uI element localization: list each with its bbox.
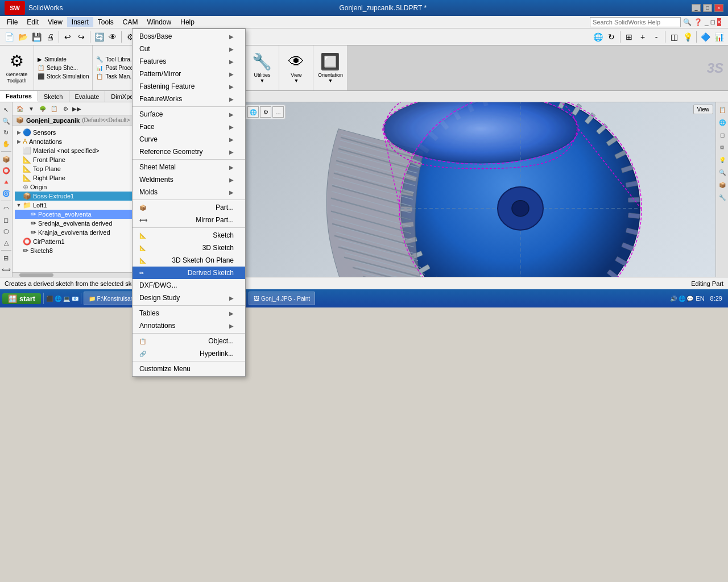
menu-customize[interactable]: Customize Menu <box>133 363 245 375</box>
view-btn[interactable]: 👁 <box>106 30 119 44</box>
tree-item-pocetna[interactable]: ✏ Pocetna_evolventa <box>15 210 140 219</box>
right-appearances-btn[interactable]: 📋 <box>717 105 727 115</box>
mass-properties-btn[interactable]: 📊 <box>712 30 726 44</box>
loft-tool[interactable]: 🔺 <box>1 177 11 187</box>
rebuild-btn[interactable]: 🔄 <box>92 30 106 44</box>
menu-file[interactable]: File <box>2 17 22 27</box>
maximize-button[interactable]: □ <box>703 4 712 12</box>
menu-hyperlink[interactable]: 🔗 Hyperlink... <box>133 347 245 360</box>
menu-pattern-mirror[interactable]: Pattern/Mirror ▶ <box>133 68 245 80</box>
menu-mirror-part[interactable]: ⟺ Mirror Part... <box>133 214 245 226</box>
fillet-tool[interactable]: ◠ <box>1 203 11 214</box>
right-tools-btn[interactable]: 🔧 <box>717 192 727 202</box>
undo-btn[interactable]: ↩ <box>61 30 75 44</box>
right-custom-btn[interactable]: ⚙ <box>717 142 727 152</box>
new-btn[interactable]: 📄 <box>2 30 16 44</box>
tree-item-material[interactable]: ⬜ Material <not specified> <box>15 146 140 155</box>
menu-part[interactable]: 📦 Part... <box>133 201 245 214</box>
tab-evaluate[interactable]: Evaluate <box>69 91 106 102</box>
start-button[interactable]: 🪟 start <box>2 293 41 304</box>
menu-reference-geometry[interactable]: Reference Geometry ▶ <box>133 146 245 158</box>
right-resources-btn[interactable]: 💡 <box>717 155 727 165</box>
window-close-btn[interactable]: × <box>717 18 721 26</box>
vp-scenes[interactable]: 🌐 <box>247 106 259 118</box>
view-orientation-btn[interactable]: View <box>693 105 714 114</box>
menu-surface[interactable]: Surface ▶ <box>133 108 245 120</box>
tree-item-boss-extrude1[interactable]: 📦 Boss-Extrude1 <box>15 192 140 201</box>
right-decals-btn[interactable]: ◻ <box>717 130 727 140</box>
generate-toolpath-btn[interactable]: ⚙ GenerateToolpath <box>0 45 34 90</box>
menu-window[interactable]: Window <box>143 17 176 27</box>
tree-scroll-thumb[interactable] <box>19 273 53 277</box>
redo-btn[interactable]: ↪ <box>75 30 88 44</box>
utilities-btn[interactable]: 🔧 Utilities ▼ <box>245 45 279 90</box>
rotate-btn[interactable]: ↻ <box>605 30 618 44</box>
stock-simulation-btn[interactable]: ⬛ Stock Simulation <box>34 72 92 81</box>
section-view-btn[interactable]: ◫ <box>667 30 681 44</box>
ft-config-btn[interactable]: ⚙ <box>60 103 71 114</box>
view-cam-btn[interactable]: 👁 View ▼ <box>279 45 313 90</box>
ft-property-btn[interactable]: 📋 <box>49 103 59 114</box>
scene-btn[interactable]: 🌐 <box>591 30 605 44</box>
setup-sheet-btn[interactable]: 📋 Setup She... <box>34 64 92 72</box>
tree-item-right-plane[interactable]: 📐 Right Plane <box>15 173 140 182</box>
zoom-full-btn[interactable]: ⊞ <box>622 30 636 44</box>
menu-features[interactable]: Features ▶ <box>133 55 245 68</box>
save-btn[interactable]: 💾 <box>30 30 43 44</box>
ft-tree-btn[interactable]: 🌳 <box>38 103 48 114</box>
menu-molds[interactable]: Molds ▶ <box>133 186 245 198</box>
menu-tools[interactable]: Tools <box>93 17 118 27</box>
window-minimize-btn[interactable]: _ <box>705 18 709 26</box>
menu-cam[interactable]: CAM <box>118 17 143 27</box>
taskbar-paint[interactable]: 🖼 Gonj_4.JPG - Paint <box>249 292 315 305</box>
ft-home-btn[interactable]: 🏠 <box>15 103 25 114</box>
menu-3d-sketch-on-plane[interactable]: 📐 3D Sketch On Plane <box>133 254 245 267</box>
chamfer-tool[interactable]: ◻ <box>1 215 11 225</box>
menu-view[interactable]: View <box>43 17 67 27</box>
tree-item-srednja[interactable]: ✏ Srednja_evolventa derived <box>15 219 140 228</box>
pattern-tool[interactable]: ⊞ <box>1 253 11 263</box>
tree-item-sensors[interactable]: ▶ 🔵 Sensors <box>15 128 140 137</box>
menu-weldments[interactable]: Weldments ▶ <box>133 173 245 186</box>
shell-tool[interactable]: ⬡ <box>1 226 11 236</box>
menu-help[interactable]: Help <box>176 17 199 27</box>
render-btn[interactable]: 💡 <box>681 30 694 44</box>
zoom-tool[interactable]: 🔍 <box>1 116 11 126</box>
menu-edit[interactable]: Edit <box>22 17 43 27</box>
menu-annotations[interactable]: Annotations ▶ <box>133 319 245 332</box>
right-solidworks-forum-btn[interactable]: 📦 <box>717 180 727 190</box>
right-scenes-btn[interactable]: 🌐 <box>717 117 727 127</box>
close-button[interactable]: × <box>714 4 723 12</box>
tree-item-top-plane[interactable]: 📐 Top Plane <box>15 164 140 173</box>
sweep-tool[interactable]: 🌀 <box>1 188 11 198</box>
zoom-in-btn[interactable]: + <box>636 30 650 44</box>
menu-tables[interactable]: Tables ▶ <box>133 307 245 319</box>
tree-item-loft1[interactable]: ▼ 📁 Loft1 <box>15 201 140 210</box>
menu-object[interactable]: 📋 Object... <box>133 335 245 347</box>
menu-insert[interactable]: Insert <box>67 17 93 27</box>
mirror-tool[interactable]: ⟺ <box>1 264 11 275</box>
tree-item-cirpattern1[interactable]: ⭕ CirPattern1 <box>15 237 140 246</box>
ft-filter-btn[interactable]: ▼ <box>26 103 36 114</box>
search-input[interactable] <box>590 17 681 27</box>
menu-dxf-dwg[interactable]: DXF/DWG... <box>133 279 245 292</box>
ft-more-btn[interactable]: ▶▶ <box>72 103 82 114</box>
tree-item-front-plane[interactable]: 📐 Front Plane <box>15 155 140 164</box>
tree-item-annotations[interactable]: ▶ A Annotations <box>15 137 140 146</box>
window-restore-btn[interactable]: □ <box>711 18 715 26</box>
menu-derived-sketch[interactable]: ✏ Derived Sketch <box>133 267 245 279</box>
print-btn[interactable]: 🖨 <box>43 30 57 44</box>
right-3d-content-btn[interactable]: 🔍 <box>717 167 727 177</box>
material-btn[interactable]: 🔷 <box>698 30 712 44</box>
extrude-tool[interactable]: 📦 <box>1 154 11 164</box>
open-btn[interactable]: 📂 <box>16 30 30 44</box>
tab-sketch[interactable]: Sketch <box>38 91 69 102</box>
rotate-view-tool[interactable]: ↻ <box>1 127 11 138</box>
simulate-btn[interactable]: ▶ Simulate <box>34 55 92 64</box>
tree-item-krajnja[interactable]: ✏ Krajnja_evolventa derived <box>15 228 140 237</box>
minimize-button[interactable]: _ <box>692 4 701 12</box>
menu-face[interactable]: Face ▶ <box>133 120 245 133</box>
revolve-tool[interactable]: ⭕ <box>1 165 11 176</box>
menu-boss-base[interactable]: Boss/Base ▶ <box>133 30 245 43</box>
select-tool[interactable]: ↖ <box>1 105 11 115</box>
